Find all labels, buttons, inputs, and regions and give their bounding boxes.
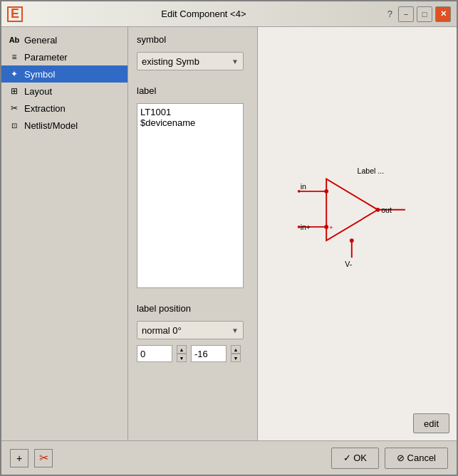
symbol-dropdown-value: existing Symb xyxy=(142,56,199,67)
label-position-label: label position xyxy=(137,303,249,314)
help-button[interactable]: ? xyxy=(385,7,395,21)
window-controls: ? − □ ✕ xyxy=(385,6,451,22)
parameter-icon: ≡ xyxy=(9,51,20,63)
sidebar-item-extraction[interactable]: ✂ Extraction xyxy=(1,100,127,117)
svg-point-7 xyxy=(375,208,380,212)
label-textarea[interactable]: LT1001 $devicename xyxy=(137,103,244,288)
extraction-icon: ✂ xyxy=(9,102,20,114)
svg-marker-0 xyxy=(326,179,378,241)
sidebar-item-label: Layout xyxy=(24,86,52,97)
minimize-button[interactable]: − xyxy=(398,6,414,22)
svg-text:out: out xyxy=(381,206,392,214)
sidebar-item-parameter[interactable]: ≡ Parameter xyxy=(1,48,127,65)
add-button[interactable]: + xyxy=(10,449,28,467)
chevron-down-icon: ▼ xyxy=(231,58,239,65)
symbol-icon: ✦ xyxy=(9,68,20,80)
window-title: Edit Component <4> xyxy=(27,9,380,19)
main-content: Ab General ≡ Parameter ✦ Symbol ⊞ Layout… xyxy=(1,27,457,440)
general-icon: Ab xyxy=(9,34,20,46)
sidebar-item-label: Symbol xyxy=(24,69,55,80)
y-spinners: ▲ ▼ xyxy=(231,345,241,362)
app-logo: E xyxy=(7,6,23,22)
sidebar-item-label: Netlist/Model xyxy=(24,120,78,131)
symbol-dropdown[interactable]: existing Symb ▼ xyxy=(137,52,244,70)
svg-text:Label ...: Label ... xyxy=(358,166,385,175)
sidebar-item-label: General xyxy=(24,35,57,46)
position-dropdown[interactable]: normal 0° ▼ xyxy=(137,321,244,339)
netlist-icon: ⊡ xyxy=(9,120,20,131)
x-down-button[interactable]: ▼ xyxy=(177,354,187,362)
sidebar-item-label: Parameter xyxy=(24,52,68,63)
y-input[interactable] xyxy=(191,345,227,362)
y-down-button[interactable]: ▼ xyxy=(231,354,241,362)
chevron-down-icon-2: ▼ xyxy=(231,327,239,334)
svg-text:in: in xyxy=(301,182,306,191)
delete-button[interactable]: ✂ xyxy=(34,449,53,467)
close-button[interactable]: ✕ xyxy=(435,6,451,22)
coordinate-inputs: ▲ ▼ ▲ ▼ xyxy=(137,345,249,362)
position-dropdown-value: normal 0° xyxy=(142,325,182,336)
svg-point-5 xyxy=(324,189,328,194)
svg-point-16 xyxy=(298,226,301,228)
svg-point-15 xyxy=(298,190,301,193)
x-input[interactable] xyxy=(137,345,172,362)
schematic-canvas: edit in in+ out xyxy=(257,27,457,440)
titlebar: E Edit Component <4> ? − □ ✕ xyxy=(1,1,457,27)
sidebar: Ab General ≡ Parameter ✦ Symbol ⊞ Layout… xyxy=(1,27,128,440)
symbol-panel: symbol existing Symb ▼ label LT1001 $dev… xyxy=(128,27,257,440)
sidebar-item-general[interactable]: Ab General xyxy=(1,31,127,48)
footer-right-actions: ✓ OK ⊘ Cancel xyxy=(331,448,448,469)
x-up-button[interactable]: ▲ xyxy=(177,345,187,354)
sidebar-item-label: Extraction xyxy=(24,103,66,114)
sidebar-item-layout[interactable]: ⊞ Layout xyxy=(1,83,127,100)
svg-text:+: + xyxy=(329,223,333,231)
layout-icon: ⊞ xyxy=(9,85,20,97)
svg-text:in+: in+ xyxy=(301,223,311,231)
schematic-svg: in in+ out V- Label ... + xyxy=(258,27,457,440)
sidebar-item-symbol[interactable]: ✦ Symbol xyxy=(1,65,127,83)
label-section-label: label xyxy=(137,85,249,96)
footer-left-actions: + ✂ xyxy=(10,449,53,467)
y-up-button[interactable]: ▲ xyxy=(231,345,241,354)
delete-icon: ✂ xyxy=(39,451,48,465)
x-spinners: ▲ ▼ xyxy=(177,345,187,362)
svg-point-6 xyxy=(324,225,328,229)
main-window: E Edit Component <4> ? − □ ✕ Ab General … xyxy=(0,0,458,476)
symbol-section-label: symbol xyxy=(137,34,249,45)
maximize-button[interactable]: □ xyxy=(417,6,432,22)
ok-button[interactable]: ✓ OK xyxy=(331,448,379,469)
cancel-button[interactable]: ⊘ Cancel xyxy=(385,448,448,469)
svg-point-8 xyxy=(350,238,354,243)
sidebar-item-netlist[interactable]: ⊡ Netlist/Model xyxy=(1,117,127,134)
svg-text:V-: V- xyxy=(345,260,352,268)
footer: + ✂ ✓ OK ⊘ Cancel xyxy=(1,440,457,475)
